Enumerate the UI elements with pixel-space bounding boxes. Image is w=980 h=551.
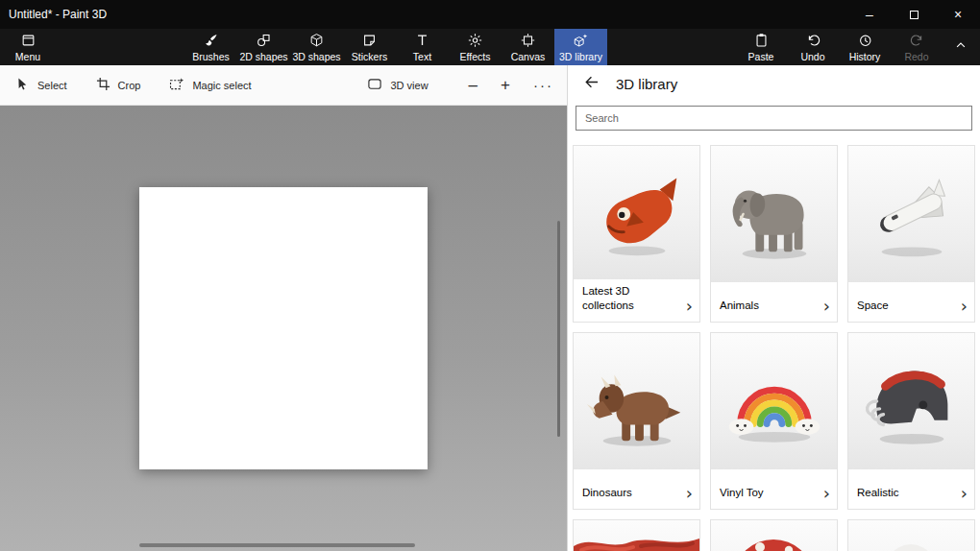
library-category-grid: Latest 3D collections › [573, 145, 976, 551]
chevron-right-icon: › [686, 486, 693, 501]
panel-title: 3D library [616, 76, 677, 92]
paste-button[interactable]: Paste [735, 29, 787, 65]
canvas-icon [520, 33, 536, 48]
tab-label: 2D shapes [239, 51, 287, 62]
magic-select-icon [169, 77, 184, 93]
back-button[interactable] [576, 69, 604, 98]
brush-icon [203, 33, 219, 48]
fish-model-thumbnail [574, 146, 699, 279]
workspace-background [0, 106, 567, 551]
category-card-latest-3d-collections[interactable]: Latest 3D collections › [573, 145, 700, 323]
selection-tools-group: Select Crop Magic select [15, 77, 252, 93]
view-controls-group: 3D view – + ··· [367, 77, 553, 93]
category-card-partial-3[interactable] [847, 519, 975, 551]
tab-3d-shapes[interactable]: 3D shapes [290, 29, 343, 65]
crop-tool-label: Crop [118, 80, 141, 91]
tab-stickers[interactable]: Stickers [343, 29, 396, 65]
redo-icon [909, 33, 925, 48]
tab-label: Brushes [192, 51, 230, 62]
tab-brushes[interactable]: Brushes [184, 29, 237, 65]
canvas-horizontal-scrollbar[interactable] [139, 543, 415, 547]
more-options-button[interactable]: ··· [533, 83, 553, 88]
3d-view-toggle[interactable]: 3D view [367, 77, 428, 93]
zoom-in-button[interactable]: + [501, 77, 510, 93]
search-input[interactable] [576, 106, 972, 131]
undo-icon [805, 33, 821, 48]
2d-shapes-icon [256, 33, 272, 48]
3d-view-label: 3D view [390, 80, 428, 91]
ribbon-tabs: Brushes 2D shapes 3D shapes [184, 29, 607, 65]
canvas-vertical-scrollbar[interactable] [557, 221, 560, 437]
card-label: Dinosaurs [582, 486, 632, 501]
tab-label: Text [413, 51, 431, 62]
history-button[interactable]: History [839, 29, 891, 65]
crop-tool-button[interactable]: Crop [96, 77, 141, 93]
card-footer: Vinyl Toy › [711, 469, 837, 509]
tab-3d-library[interactable]: 3D library [554, 29, 607, 65]
chevron-right-icon: › [961, 299, 968, 314]
3d-library-panel: 3D library Latest 3D collections › [567, 65, 980, 551]
ribbon-toolbar: Menu Brushes 2D shapes 3D shapes [0, 29, 980, 65]
maximize-icon [910, 11, 919, 19]
category-card-vinyl-toy[interactable]: Vinyl Toy › [710, 332, 838, 510]
menu-icon [20, 33, 37, 48]
card-label: Animals [720, 299, 759, 314]
card-footer: Realistic › [848, 469, 974, 509]
minimize-button[interactable]: – [847, 0, 892, 29]
tab-label: Canvas [511, 51, 546, 62]
zoom-out-button[interactable]: – [469, 77, 478, 93]
tab-canvas[interactable]: Canvas [502, 29, 554, 65]
category-card-dinosaurs[interactable]: Dinosaurs › [573, 332, 700, 510]
collapse-ribbon-button[interactable] [945, 29, 976, 65]
3d-view-icon [367, 77, 382, 93]
back-arrow-icon [581, 74, 600, 94]
ribbon-actions: Paste Undo History Redo [735, 29, 943, 65]
tab-text[interactable]: Text [396, 29, 449, 65]
tab-2d-shapes[interactable]: 2D shapes [237, 29, 290, 65]
menu-button[interactable]: Menu [8, 29, 48, 65]
card-label: Space [857, 299, 889, 314]
drawing-canvas[interactable] [139, 187, 428, 469]
magic-select-tool-label: Magic select [192, 80, 251, 91]
red-fabric-model-thumbnail [574, 520, 699, 551]
mushroom-model-thumbnail [711, 520, 837, 551]
3d-library-icon [573, 33, 589, 48]
crop-icon [96, 77, 110, 93]
maximize-button[interactable] [892, 0, 936, 29]
paste-icon [753, 33, 770, 48]
undo-button[interactable]: Undo [787, 29, 839, 65]
tab-label: 3D library [559, 51, 602, 62]
magic-select-tool-button[interactable]: Magic select [169, 77, 251, 93]
category-card-space[interactable]: Space › [847, 145, 975, 323]
football-helmet-model-thumbnail [848, 333, 974, 469]
category-card-partial-2[interactable] [710, 519, 838, 551]
action-label: Redo [904, 51, 928, 62]
card-footer: Animals › [711, 282, 837, 322]
category-card-partial-1[interactable] [573, 519, 700, 551]
card-label: Realistic [857, 486, 898, 501]
tab-label: Effects [460, 51, 491, 62]
select-tool-label: Select [37, 80, 67, 91]
space-shuttle-model-thumbnail [848, 146, 974, 282]
category-card-animals[interactable]: Animals › [710, 145, 838, 323]
close-button[interactable]: × [936, 0, 980, 29]
category-card-realistic[interactable]: Realistic › [847, 332, 975, 510]
effects-icon [467, 33, 483, 48]
menu-label: Menu [15, 51, 40, 62]
triceratops-model-thumbnail [574, 333, 699, 469]
3d-shapes-icon [308, 33, 325, 48]
redo-button[interactable]: Redo [891, 29, 943, 65]
card-footer: Latest 3D collections › [574, 279, 699, 322]
select-cursor-icon [15, 77, 30, 93]
select-tool-button[interactable]: Select [15, 77, 67, 93]
minimize-icon: – [866, 7, 873, 22]
chevron-right-icon: › [823, 486, 830, 501]
tab-label: 3D shapes [292, 51, 340, 62]
chevron-right-icon: › [961, 486, 968, 501]
action-label: History [849, 51, 881, 62]
tab-effects[interactable]: Effects [449, 29, 502, 65]
close-icon: × [954, 7, 962, 22]
elephant-model-thumbnail [711, 146, 837, 282]
text-icon [414, 33, 430, 48]
titlebar: Untitled* - Paint 3D – × [0, 0, 980, 29]
